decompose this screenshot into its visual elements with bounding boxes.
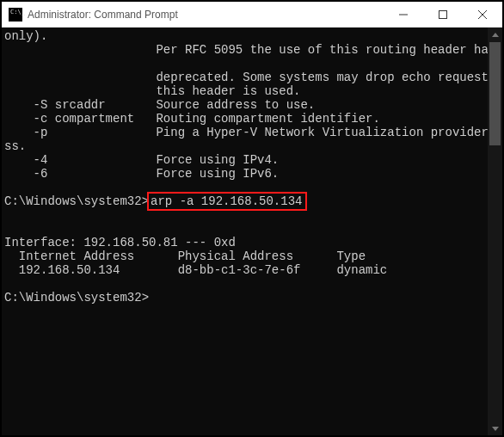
highlighted-command: arp -a 192.168.50.134 bbox=[147, 192, 307, 211]
scroll-up-arrow-icon[interactable] bbox=[488, 28, 502, 42]
scrollbar-thumb[interactable] bbox=[489, 42, 501, 145]
minimize-button[interactable] bbox=[384, 2, 423, 27]
window-title: Administrator: Command Prompt bbox=[28, 9, 384, 21]
console-line: -c compartment Routing compartment ident… bbox=[4, 112, 488, 126]
prompt-line: C:\Windows\system32>arp -a 192.168.50.13… bbox=[4, 194, 488, 208]
console-area: only). Per RFC 5095 the use of this rout… bbox=[2, 28, 502, 435]
titlebar[interactable]: Administrator: Command Prompt bbox=[2, 2, 502, 28]
close-button[interactable] bbox=[463, 2, 502, 27]
console-line bbox=[4, 277, 488, 291]
console-line: -4 Force using IPv4. bbox=[4, 153, 488, 167]
scrollbar-track[interactable] bbox=[488, 42, 502, 421]
console-line: Internet Address Physical Address Type bbox=[4, 249, 488, 263]
svg-rect-0 bbox=[439, 10, 447, 18]
command-prompt-window: Administrator: Command Prompt only). Per… bbox=[2, 2, 502, 435]
outer-frame: Administrator: Command Prompt only). Per… bbox=[0, 0, 504, 437]
console-line: deprecated. Some systems may drop echo r… bbox=[4, 71, 488, 84]
console-line: -S srcaddr Source address to use. bbox=[4, 98, 488, 112]
console-line: C:\Windows\system32> bbox=[4, 291, 488, 305]
console-line: this header is used. bbox=[4, 84, 488, 98]
console-line: ss. bbox=[4, 139, 488, 153]
console-line: only). bbox=[4, 29, 488, 43]
cmd-icon bbox=[9, 8, 22, 22]
maximize-button[interactable] bbox=[423, 2, 463, 27]
vertical-scrollbar[interactable] bbox=[488, 28, 502, 435]
console-line: -p Ping a Hyper-V Network Virtualization… bbox=[4, 126, 488, 139]
console-line bbox=[4, 222, 488, 236]
console-line: Per RFC 5095 the use of this routing hea… bbox=[4, 43, 488, 57]
scroll-down-arrow-icon[interactable] bbox=[488, 421, 502, 435]
console-output[interactable]: only). Per RFC 5095 the use of this rout… bbox=[2, 28, 488, 435]
console-line: 192.168.50.134 d8-bb-c1-3c-7e-6f dynamic bbox=[4, 263, 488, 277]
prompt-path: C:\Windows\system32> bbox=[4, 194, 149, 208]
console-line: -6 Force using IPv6. bbox=[4, 167, 488, 181]
console-line: Interface: 192.168.50.81 --- 0xd bbox=[4, 236, 488, 249]
window-controls bbox=[384, 2, 502, 27]
console-line bbox=[4, 57, 488, 71]
